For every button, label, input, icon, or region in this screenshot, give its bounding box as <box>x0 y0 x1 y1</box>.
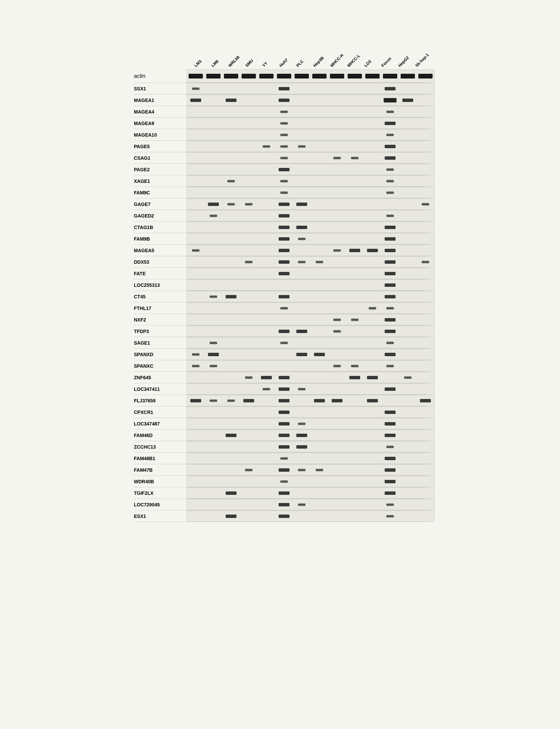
band-MAGEA10-Focus <box>386 134 394 136</box>
band-cell-XAGE1-PLC <box>293 176 311 186</box>
band-cell-SPANXC-LM3 <box>187 361 205 371</box>
band-cell-FAM9C-WRL68 <box>222 187 240 198</box>
band-cell-GAGED2-SMU <box>240 210 258 221</box>
band-cell-NXF2-Sk-hep-1 <box>417 314 434 325</box>
band-cell-LOC729045-Focus <box>381 499 399 510</box>
band-cell-CPXCR1-MHCC-L <box>346 407 364 417</box>
gene-label-ZCCHC13: ZCCHC13 <box>134 444 187 450</box>
band-cell-MAGEA5-LM6 <box>205 245 222 256</box>
band-cell-GAGE7-PLC <box>293 199 311 209</box>
band-cell-FLJ37659-SMU <box>240 395 258 406</box>
band-cell-ZCCHC13-WRL68 <box>222 441 240 452</box>
band-cell-CT45-Hep3B <box>311 291 328 302</box>
band-cell-WDR40B-LM3 <box>187 476 205 487</box>
band-cell-CPXCR1-SMU <box>240 407 258 417</box>
row-TFDP3: TFDP3 <box>134 326 426 337</box>
band-cell-SPANXD-LO2 <box>364 349 381 360</box>
band-cell-LOC347411-LM3 <box>187 384 205 394</box>
band-cell-CTAG1B-MHCC-H <box>328 222 346 232</box>
band-cell-FTHL17-HepG2 <box>399 303 417 313</box>
band-cell-FATE-MHCC-L <box>346 268 364 279</box>
band-cell-FAM46D-PLC <box>293 430 311 440</box>
band-cell-PAGE5-WRL68 <box>222 141 240 152</box>
band-cell-ZCCHC13-Sk-hep-1 <box>417 441 434 452</box>
band-cell-GAGE7-Focus <box>381 199 399 209</box>
band-cell-SPANXC-Sk-hep-1 <box>417 361 434 371</box>
band-cell-DDX53-MHCC-H <box>328 257 346 267</box>
band-cell-MAGEA4-Huh7 <box>275 106 293 117</box>
band-cell-CT45-SMU <box>240 291 258 302</box>
band-cell-FAM48B1-WRL68 <box>222 453 240 464</box>
band-cell-ESX1-YY <box>258 511 275 521</box>
band-cell-ZCCHC13-SMU <box>240 441 258 452</box>
band-cell-WDR40B-Sk-hep-1 <box>417 476 434 487</box>
bands-area-CT45 <box>187 291 435 302</box>
row-FAM48B1: FAM48B1 <box>134 453 426 464</box>
band-cell-LOC347411-PLC <box>293 384 311 394</box>
band-cell-MAGEA9-Sk-hep-1 <box>417 118 434 128</box>
row-LOC729045: LOC729045 <box>134 499 426 510</box>
band-cell-ESX1-LO2 <box>364 511 381 521</box>
band-cell-MAGEA4-MHCC-H <box>328 106 346 117</box>
band-cell-FAM9B-PLC <box>293 233 311 244</box>
band-DDX53-Huh7 <box>279 260 290 264</box>
bands-area-SAGE1 <box>187 337 435 348</box>
band-cell-MAGEA5-Huh7 <box>275 245 293 256</box>
gene-label-NXF2: NXF2 <box>134 317 187 323</box>
band-cell-PAGE2-HepG2 <box>399 164 417 175</box>
band-FATE-Focus <box>385 272 396 275</box>
band-ESX1-Focus <box>386 515 394 517</box>
band-cell-SSX1-PLC <box>293 83 311 94</box>
band-FLJ37659-LM6 <box>210 399 217 402</box>
band-cell-FAM47B-LM6 <box>205 465 222 475</box>
band-cell-DDX53-LM3 <box>187 257 205 267</box>
band-cell-FLJ37659-YY <box>258 395 275 406</box>
band-cell-FLJ37659-LO2 <box>364 395 381 406</box>
band-cell-SAGE1-Sk-hep-1 <box>417 337 434 348</box>
band-cell-PAGE5-LM3 <box>187 141 205 152</box>
band-cell-TFDP3-LM6 <box>205 326 222 336</box>
band-cell-SAGE1-Focus <box>381 337 399 348</box>
band-LOC729045-Focus <box>386 503 394 506</box>
band-XAGE1-WRL68 <box>227 180 235 182</box>
band-cell-FAM47B-YY <box>258 465 275 475</box>
band-cell-ZCCHC13-LM3 <box>187 441 205 452</box>
row-MAGEA9: MAGEA9 <box>134 118 426 129</box>
bands-area-FAM46D <box>187 430 435 441</box>
gene-label-SPANXD: SPANXD <box>134 352 187 357</box>
band-cell-CPXCR1-MHCC-H <box>328 407 346 417</box>
band-cell-MAGEA10-LM6 <box>205 129 222 140</box>
col-header-PLC: PLC <box>290 27 307 68</box>
band-cell-GAGED2-LM6 <box>205 210 222 221</box>
gene-label-FAM9B: FAM9B <box>134 236 187 242</box>
band-cell-SSX1-MHCC-H <box>328 83 346 94</box>
band-cell-GAGED2-LO2 <box>364 210 381 221</box>
band-cell-CT45-HepG2 <box>399 291 417 302</box>
band-cell-FAM48B1-MHCC-H <box>328 453 346 464</box>
band-cell-FTHL17-Focus <box>381 303 399 313</box>
band-cell-SPANXD-SMU <box>240 349 258 360</box>
band-cell-LOC729045-LO2 <box>364 499 381 510</box>
band-cell-FTHL17-LO2 <box>364 303 381 313</box>
band-cell-NXF2-YY <box>258 314 275 325</box>
band-cell-FAM47B-SMU <box>240 465 258 475</box>
band-WDR40B-Focus <box>385 480 396 483</box>
band-cell-TGIF2LX-LM3 <box>187 488 205 498</box>
band-MAGEA5-MHCC-L <box>349 249 360 252</box>
band-cell-MAGEA1-Huh7 <box>275 95 293 105</box>
band-LOC347411-Focus <box>385 387 396 391</box>
band-cell-SPANXD-LM3 <box>187 349 205 360</box>
band-cell-PAGE2-MHCC-L <box>346 164 364 175</box>
band-cell-MAGEA10-Focus <box>381 129 399 140</box>
band-cell-FATE-LM6 <box>205 268 222 279</box>
gene-label-CPXCR1: CPXCR1 <box>134 410 187 415</box>
band-cell-TGIF2LX-HepG2 <box>399 488 417 498</box>
band-cell-TGIF2LX-Focus <box>381 488 399 498</box>
band-SAGE1-Huh7 <box>280 342 288 344</box>
band-cell-FAM9C-SMU <box>240 187 258 198</box>
band-cell-FAM46D-LM3 <box>187 430 205 440</box>
band-cell-DDX53-Focus <box>381 257 399 267</box>
band-GAGE7-SMU <box>245 203 252 205</box>
band-cell-WDR40B-WRL68 <box>222 476 240 487</box>
band-cell-PAGE5-Sk-hep-1 <box>417 141 434 152</box>
